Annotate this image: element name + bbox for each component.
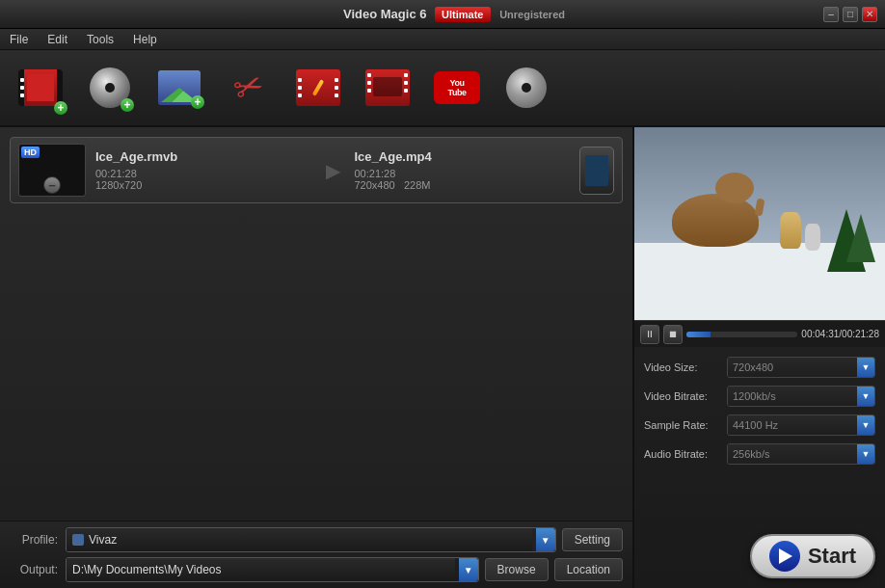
device-thumbnail: [579, 147, 614, 195]
start-button[interactable]: Start: [750, 534, 875, 578]
edit-pencil-icon: [312, 79, 324, 96]
preview-area: [634, 127, 885, 320]
video-size-select[interactable]: 720x480 ▼: [727, 357, 875, 378]
menu-tools[interactable]: Tools: [83, 31, 118, 48]
minimize-button[interactable]: –: [823, 7, 839, 22]
title-bar: Video Magic 6 Ultimate Unregistered – □ …: [0, 0, 885, 29]
start-btn-area: Start: [634, 528, 885, 588]
edit-button[interactable]: [293, 63, 343, 113]
progress-bar[interactable]: [686, 332, 797, 337]
output-path-text: D:\My Documents\My Videos: [67, 558, 455, 581]
setting-button[interactable]: Setting: [562, 528, 623, 551]
playback-bar: ⏸ ⏹ 00:04:31/00:21:28: [634, 320, 885, 347]
video-bitrate-value: 1200kb/s: [728, 387, 857, 406]
video-size-arrow[interactable]: ▼: [857, 358, 874, 377]
browse-button[interactable]: Browse: [485, 558, 549, 581]
arrow-separator: ▶: [326, 159, 340, 182]
image-plus-badge: +: [191, 95, 204, 109]
sample-rate-arrow[interactable]: ▼: [857, 415, 874, 435]
time-display: 00:04:31/00:21:28: [801, 329, 879, 339]
menu-bar: File Edit Tools Help: [0, 29, 885, 50]
plus-badge: +: [54, 101, 67, 115]
menu-file[interactable]: File: [6, 31, 32, 48]
file-thumbnail: HD −: [18, 144, 86, 197]
hd-badge: HD: [21, 147, 40, 158]
output-path-wrap[interactable]: D:\My Documents\My Videos ▼: [66, 557, 479, 582]
profile-label: Profile:: [10, 533, 58, 547]
ultimate-badge: Ultimate: [435, 7, 490, 22]
app-title: Video Magic 6 Ultimate Unregistered: [85, 7, 823, 21]
filmstrip-icon: [365, 69, 410, 106]
video-bitrate-label: Video Bitrate:: [644, 390, 721, 402]
burn-disc-icon: [506, 67, 547, 108]
menu-edit[interactable]: Edit: [43, 31, 71, 48]
window-controls: – □ ✕: [823, 7, 877, 22]
burn-button[interactable]: [501, 63, 551, 113]
youtube-button[interactable]: You Tube: [432, 63, 482, 113]
output-label: Output:: [10, 563, 58, 576]
remove-button[interactable]: −: [43, 176, 61, 194]
pause-button[interactable]: ⏸: [640, 325, 659, 344]
start-arrow-icon: [779, 548, 792, 564]
output-info: Ice_Age.mp4 00:21:28 720x480 228M: [355, 149, 571, 191]
phone-screen: [585, 155, 608, 186]
video-bitrate-arrow[interactable]: ▼: [857, 387, 874, 406]
sample-rate-row: Sample Rate: 44100 Hz ▼: [644, 413, 875, 438]
output-row: Output: D:\My Documents\My Videos ▼ Brow…: [10, 557, 623, 582]
audio-bitrate-value: 256kb/s: [728, 444, 857, 464]
start-label: Start: [808, 544, 856, 569]
audio-bitrate-select[interactable]: 256kb/s ▼: [727, 443, 875, 465]
progress-fill: [686, 332, 711, 337]
cut-button[interactable]: ✂: [224, 63, 274, 113]
menu-help[interactable]: Help: [129, 31, 161, 48]
output-details: 720x480 228M: [355, 179, 571, 191]
add-dvd-button[interactable]: +: [85, 63, 135, 113]
video-size-value: 720x480: [728, 358, 857, 377]
left-panel: HD − Ice_Age.rmvb 00:21:28 1280x720 ▶ Ic…: [0, 127, 634, 588]
youtube-icon: You Tube: [434, 71, 480, 104]
stop-button[interactable]: ⏹: [663, 325, 683, 344]
video-bitrate-row: Video Bitrate: 1200kb/s ▼: [644, 384, 875, 409]
output-duration: 00:21:28: [355, 168, 571, 179]
profile-select-text: Vivaz: [67, 528, 532, 551]
right-panel: ⏸ ⏹ 00:04:31/00:21:28 Video Size: 720x48…: [634, 127, 885, 588]
mammoth-head: [715, 173, 754, 203]
sample-rate-select[interactable]: 44100 Hz ▼: [727, 414, 875, 436]
add-video-button[interactable]: +: [15, 63, 66, 113]
character-small-icon: [805, 224, 820, 251]
profile-dropdown-arrow[interactable]: ▼: [536, 528, 555, 551]
main-area: HD − Ice_Age.rmvb 00:21:28 1280x720 ▶ Ic…: [0, 127, 885, 588]
app-name-text: Video Magic 6: [343, 7, 426, 21]
audio-bitrate-row: Audio Bitrate: 256kb/s ▼: [644, 441, 875, 467]
maximize-button[interactable]: □: [843, 7, 858, 22]
video-size-label: Video Size:: [644, 361, 721, 373]
sample-rate-value: 44100 Hz: [728, 415, 857, 435]
film-icon: [18, 69, 63, 106]
audio-bitrate-label: Audio Bitrate:: [644, 448, 721, 460]
unregistered-label: Unregistered: [499, 9, 565, 20]
source-info: Ice_Age.rmvb 00:21:28 1280x720: [95, 149, 311, 191]
profile-row: Profile: Vivaz ▼ Setting: [10, 527, 623, 552]
start-icon: [769, 541, 800, 572]
bottom-bar: Profile: Vivaz ▼ Setting Output:: [0, 521, 632, 588]
add-image-button[interactable]: +: [154, 63, 204, 113]
output-path-arrow[interactable]: ▼: [459, 558, 478, 581]
source-resolution: 1280x720: [95, 179, 311, 191]
close-button[interactable]: ✕: [862, 7, 877, 22]
tree-small-icon: [846, 214, 875, 262]
settings-panel: Video Size: 720x480 ▼ Video Bitrate: 120…: [634, 347, 885, 528]
location-button[interactable]: Location: [554, 558, 623, 581]
filmstrip-button[interactable]: [362, 63, 413, 113]
preview-scene: [634, 127, 885, 320]
video-size-row: Video Size: 720x480 ▼: [644, 355, 875, 380]
scissors-icon: ✂: [228, 64, 270, 112]
file-list: HD − Ice_Age.rmvb 00:21:28 1280x720 ▶ Ic…: [0, 127, 632, 521]
video-bitrate-select[interactable]: 1200kb/s ▼: [727, 386, 875, 407]
dvd-plus-badge: +: [121, 98, 134, 112]
source-duration: 00:21:28: [95, 168, 311, 179]
mammoth-icon: [672, 194, 759, 247]
profile-select-wrap[interactable]: Vivaz ▼: [66, 527, 556, 552]
toolbar: + + + ✂: [0, 50, 885, 127]
file-item[interactable]: HD − Ice_Age.rmvb 00:21:28 1280x720 ▶ Ic…: [10, 137, 623, 203]
audio-bitrate-arrow[interactable]: ▼: [857, 444, 874, 464]
